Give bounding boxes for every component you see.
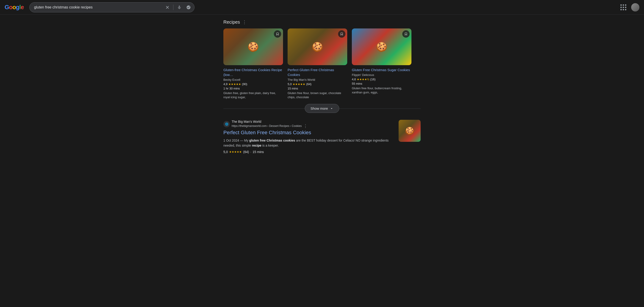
site-info: The Big Man's World https://thebigmanswo… [232, 120, 308, 129]
recipe-time-3: 55 mins [352, 82, 412, 85]
recipe-ingredients-1: Gluten free, gluten free plain, dairy fr… [224, 91, 283, 99]
show-more-label: Show more [310, 107, 328, 110]
google-logo: Google [4, 4, 24, 11]
chevron-down-icon [330, 107, 334, 110]
result-title[interactable]: Perfect Gluten Free Christmas Cookies [224, 129, 395, 136]
recipe-rating-2: 5,0 ★★★★★ (64) [288, 82, 347, 86]
result-content: 🌐 The Big Man's World https://thebigmans… [224, 120, 395, 154]
recipe-card-1[interactable]: 🍪 Gluten-free Christmas Cookies Recipe (… [224, 29, 283, 99]
result-source-line: https://thebigmansworld.com › Dessert Re… [232, 123, 308, 129]
show-more-container: Show more [224, 104, 420, 113]
recipe-ingredients-3: Gluten free flour, buttercream frosting,… [352, 86, 412, 95]
site-name: The Big Man's World [232, 120, 308, 123]
recipe-card-3[interactable]: 🍪 Gluten Free Christmas Sugar Cookies Fl… [352, 29, 412, 99]
search-bar-icons [164, 4, 192, 11]
clear-button[interactable] [164, 4, 170, 10]
recipe-card-2[interactable]: 🍪 Perfect Gluten Free Christmas Cookies … [288, 29, 347, 99]
avatar[interactable] [631, 3, 640, 12]
recipe-ingredients-2: Gluten free flour, brown sugar, chocolat… [288, 91, 347, 99]
show-more-button[interactable]: Show more [305, 104, 339, 113]
recipe-image-3: 🍪 [352, 29, 412, 65]
recipe-source-3: Flippin' Delicious [352, 73, 412, 77]
site-favicon: 🌐 [224, 121, 230, 127]
recipes-more-options[interactable]: ⋮ [242, 19, 247, 25]
voice-search-button[interactable] [176, 4, 182, 11]
result-more-options[interactable]: ⋮ [302, 123, 308, 129]
result-thumbnail: 🍪 [398, 120, 420, 142]
recipes-header: Recipes ⋮ [224, 19, 420, 25]
main-content: Recipes ⋮ 🍪 Gluten-free Christmas Cookie… [219, 15, 425, 158]
bookmark-button-2[interactable] [338, 30, 346, 38]
recipe-title-1[interactable]: Gluten-free Christmas Cookies Recipe (lo… [224, 68, 283, 77]
recipe-image-2: 🍪 [288, 29, 347, 65]
bookmark-button-1[interactable] [274, 30, 281, 38]
recipe-title-2[interactable]: Perfect Gluten Free Christmas Cookies [288, 68, 347, 77]
header-right [619, 3, 640, 12]
result-description: 1 Oct 2024 — My gluten free Christmas co… [224, 138, 395, 148]
header: Google [0, 0, 644, 15]
recipe-rating-1: 4,9 ★★★★★ (90) [224, 82, 283, 86]
search-divider [173, 5, 174, 10]
site-url: https://thebigmansworld.com › Dessert Re… [232, 124, 302, 128]
apps-button[interactable] [619, 3, 628, 12]
search-bar-container [29, 2, 194, 13]
recipe-time-2: 15 mins [288, 87, 347, 90]
recipe-title-3[interactable]: Gluten Free Christmas Sugar Cookies [352, 68, 412, 72]
recipe-image-1: 🍪 [224, 29, 283, 65]
recipe-source-2: The Big Man's World [288, 78, 347, 82]
recipes-title: Recipes [224, 20, 240, 25]
recipe-source-1: Becky Excell [224, 78, 283, 82]
lens-button[interactable] [185, 4, 192, 11]
recipe-time-1: 1 hr 30 mins [224, 87, 283, 90]
bookmark-button-3[interactable] [402, 30, 410, 38]
result-meta: 5,0 ★★★★★ (64) · 15 mins [224, 150, 395, 154]
search-result: 🌐 The Big Man's World https://thebigmans… [224, 120, 420, 154]
recipe-cards: 🍪 Gluten-free Christmas Cookies Recipe (… [224, 29, 420, 99]
recipe-rating-3: 4,6 ★★★★½ (16) [352, 78, 412, 81]
result-source: 🌐 The Big Man's World https://thebigmans… [224, 120, 395, 129]
